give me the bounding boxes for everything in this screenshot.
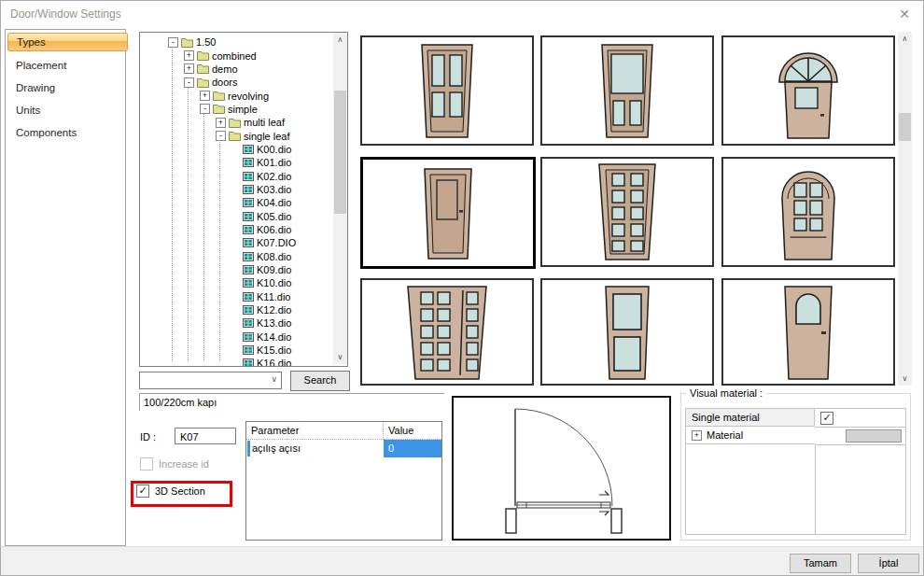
tree-item[interactable]: +multi leaf: [140, 116, 331, 129]
id-input[interactable]: [178, 429, 234, 443]
tree-item[interactable]: -single leaf: [140, 129, 331, 142]
tree-item[interactable]: K13.dio: [140, 316, 331, 330]
door-preview-cell[interactable]: [540, 278, 714, 386]
sidebar-item-components[interactable]: Components: [7, 123, 128, 142]
preview-scrollbar[interactable]: ∧ ∨: [898, 32, 912, 386]
3d-section-checkbox[interactable]: ✓ 3D Section: [136, 485, 205, 498]
tree-item[interactable]: -doors: [140, 76, 331, 89]
cancel-button[interactable]: İptal: [858, 554, 919, 573]
footer-bar: Tamam İptal: [1, 546, 923, 576]
tree-item-label: combined: [212, 50, 257, 62]
sidebar-item-placement[interactable]: Placement: [7, 56, 128, 75]
search-button[interactable]: Search: [290, 371, 350, 391]
increase-id-label: Increase id: [159, 458, 209, 470]
door-preview-cell[interactable]: [360, 278, 534, 386]
tree-scrollbar-thumb[interactable]: [334, 91, 346, 214]
close-icon[interactable]: ✕: [891, 4, 917, 24]
parameter-row[interactable]: açılış açısı 0: [246, 440, 441, 457]
tree-item-label: K11.dio: [257, 291, 291, 302]
file-icon: [243, 278, 254, 288]
sidebar-item-types[interactable]: Types: [7, 33, 128, 51]
sidebar-item-drawing[interactable]: Drawing: [7, 78, 128, 97]
collapse-icon[interactable]: -: [200, 104, 210, 114]
folder-icon: [229, 131, 241, 141]
tree-item[interactable]: K04.dio: [140, 196, 331, 209]
door-preview-cell[interactable]: [721, 35, 895, 146]
tree-item[interactable]: K14.dio: [140, 330, 331, 344]
file-icon: [243, 172, 254, 181]
tree-item[interactable]: +revolving: [140, 89, 331, 102]
increase-id-checkbox[interactable]: Increase id: [140, 457, 209, 471]
scroll-up-icon[interactable]: ∧: [898, 32, 912, 46]
sidebar-item-units[interactable]: Units: [7, 101, 128, 119]
file-icon: [243, 358, 254, 367]
door-arch-six-pane: [738, 161, 878, 263]
scroll-up-icon[interactable]: ∧: [333, 33, 347, 47]
search-combobox[interactable]: ∨: [139, 372, 282, 389]
tree-item[interactable]: K10.dio: [140, 276, 331, 289]
door-preview-cell[interactable]: [721, 157, 895, 267]
expand-icon[interactable]: +: [216, 118, 226, 128]
column-header-value[interactable]: Value: [384, 422, 441, 440]
door-preview-cell[interactable]: [540, 35, 714, 146]
tree-item[interactable]: K02.dio: [140, 169, 331, 182]
door-swing-diagram: [454, 398, 665, 535]
door-preview-cell[interactable]: [540, 157, 714, 267]
expand-icon[interactable]: +: [184, 63, 194, 74]
tree-item[interactable]: K15.dio: [140, 344, 331, 357]
tree-item-label: demo: [212, 63, 238, 75]
id-field[interactable]: [175, 428, 236, 444]
tree-item[interactable]: K08.dio: [140, 250, 331, 263]
visual-material-title: Visual material :: [686, 387, 766, 399]
tree-item[interactable]: +demo: [140, 63, 331, 76]
file-icon: [243, 265, 254, 274]
tree-item[interactable]: K16.dio: [140, 357, 331, 367]
checkbox-icon[interactable]: [140, 457, 153, 471]
material-color-button[interactable]: [846, 429, 902, 443]
door-preview-cell[interactable]: [360, 157, 536, 269]
tree-item-label: simple: [228, 104, 258, 115]
tree-item[interactable]: +combined: [140, 49, 331, 62]
tree-item-label: K02.dio: [257, 171, 291, 182]
tree-item[interactable]: -1.50: [140, 35, 331, 49]
collapse-icon[interactable]: -: [216, 131, 226, 141]
tree-item[interactable]: K09.dio: [140, 263, 331, 276]
checkbox-checked-icon[interactable]: ✓: [136, 485, 149, 498]
tree-item[interactable]: K05.dio: [140, 209, 331, 222]
collapse-icon[interactable]: -: [168, 37, 178, 48]
tree-item-label: doors: [212, 77, 238, 88]
tree-item[interactable]: K11.dio: [140, 290, 331, 303]
tree-scrollbar[interactable]: ∧ ∨: [333, 33, 347, 364]
tree-item[interactable]: K07.DIO: [140, 236, 331, 249]
tree-item[interactable]: K00.dio: [140, 143, 331, 156]
collapse-icon[interactable]: -: [184, 77, 194, 88]
chevron-down-icon[interactable]: ∨: [271, 374, 277, 384]
expand-icon[interactable]: +: [692, 430, 702, 441]
expand-icon[interactable]: +: [184, 50, 194, 61]
file-icon: [243, 345, 254, 355]
parameter-value-cell[interactable]: 0: [384, 440, 441, 457]
parameter-name-cell[interactable]: açılış açısı: [246, 440, 384, 457]
door-preview-cell[interactable]: [721, 278, 895, 386]
search-input[interactable]: [142, 373, 263, 387]
door-ten-pane: [557, 161, 697, 263]
tree-item[interactable]: K12.dio: [140, 303, 331, 316]
scroll-down-icon[interactable]: ∨: [898, 372, 912, 386]
column-header-parameter[interactable]: Parameter: [246, 422, 384, 440]
door-top-glass: [557, 39, 697, 142]
expand-icon[interactable]: +: [200, 91, 210, 101]
door-window-settings-dialog: Door/Window Settings ✕ Types Placement D…: [0, 0, 924, 576]
checkbox-checked-icon[interactable]: ✓: [820, 412, 833, 425]
scroll-down-icon[interactable]: ∨: [333, 350, 347, 364]
file-icon: [243, 238, 254, 247]
tree-item-label: multi leaf: [244, 117, 285, 128]
ok-button[interactable]: Tamam: [790, 554, 851, 573]
preview-scrollbar-thumb[interactable]: [899, 113, 911, 141]
tree-item[interactable]: K06.dio: [140, 223, 331, 236]
tree-item[interactable]: K01.dio: [140, 156, 331, 169]
tree-item[interactable]: K03.dio: [140, 183, 331, 196]
tree-item[interactable]: -simple: [140, 103, 331, 116]
single-material-row[interactable]: Single material ✓: [686, 409, 905, 427]
door-preview-cell[interactable]: [360, 35, 534, 146]
material-row[interactable]: +Material: [686, 427, 905, 444]
